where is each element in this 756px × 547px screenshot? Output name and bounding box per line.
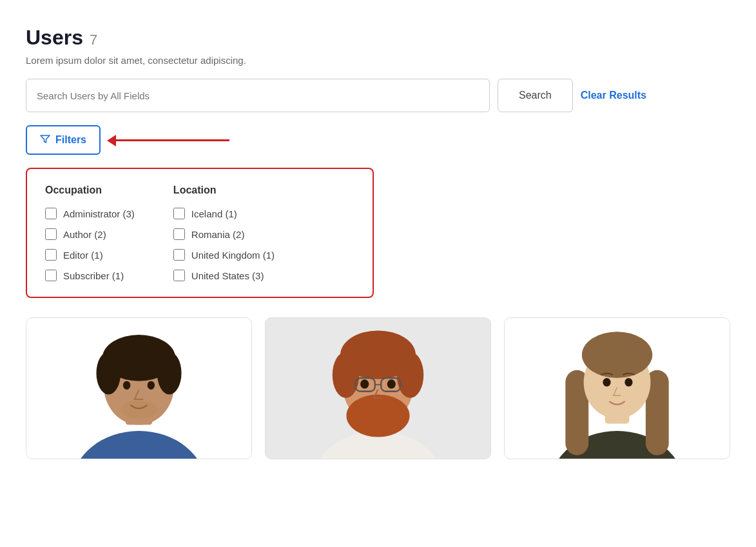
svg-point-32 bbox=[625, 378, 632, 386]
page-title: Users bbox=[26, 26, 83, 50]
svg-point-7 bbox=[123, 381, 130, 390]
occupation-filter-group: Occupation Administrator (3) Author (2) … bbox=[45, 184, 135, 281]
filters-button-label: Filters bbox=[55, 134, 86, 146]
checkbox-admin[interactable] bbox=[45, 208, 57, 219]
user-card-3[interactable] bbox=[504, 317, 730, 459]
filter-label-us: United States (3) bbox=[191, 270, 264, 281]
svg-point-16 bbox=[397, 352, 424, 398]
filter-option-admin[interactable]: Administrator (3) bbox=[45, 208, 135, 219]
filters-button[interactable]: Filters bbox=[26, 125, 101, 155]
filters-row: Filters bbox=[26, 125, 730, 155]
filter-option-author[interactable]: Author (2) bbox=[45, 228, 135, 240]
user-avatar-3 bbox=[505, 318, 730, 459]
svg-point-15 bbox=[333, 352, 360, 398]
filter-label-uk: United Kingdom (1) bbox=[191, 250, 275, 261]
arrow-annotation bbox=[113, 139, 229, 141]
filter-option-iceland[interactable]: Iceland (1) bbox=[173, 208, 275, 219]
arrow-line bbox=[113, 139, 229, 141]
filter-label-author: Author (2) bbox=[63, 229, 106, 240]
user-card-2[interactable] bbox=[265, 317, 491, 459]
svg-point-8 bbox=[148, 381, 155, 390]
checkbox-romania[interactable] bbox=[173, 228, 185, 240]
checkbox-author[interactable] bbox=[45, 228, 57, 240]
filter-label-subscriber: Subscriber (1) bbox=[63, 270, 124, 281]
search-row: Search Clear Results bbox=[26, 79, 730, 112]
checkbox-uk[interactable] bbox=[173, 249, 185, 261]
users-grid bbox=[26, 317, 730, 459]
filter-icon bbox=[40, 134, 50, 146]
svg-point-31 bbox=[603, 378, 610, 386]
filter-option-uk[interactable]: United Kingdom (1) bbox=[173, 249, 275, 261]
occupation-title: Occupation bbox=[45, 184, 135, 196]
page-subtitle: Lorem ipsum dolor sit amet, consectetur … bbox=[26, 55, 730, 66]
checkbox-us[interactable] bbox=[173, 270, 185, 281]
user-count: 7 bbox=[90, 32, 97, 48]
search-input[interactable] bbox=[26, 79, 490, 112]
filter-label-admin: Administrator (3) bbox=[63, 208, 135, 219]
filter-label-editor: Editor (1) bbox=[63, 250, 103, 261]
location-filter-group: Location Iceland (1) Romania (2) United … bbox=[173, 184, 275, 281]
filter-option-subscriber[interactable]: Subscriber (1) bbox=[45, 270, 135, 281]
filter-option-romania[interactable]: Romania (2) bbox=[173, 228, 275, 240]
svg-point-20 bbox=[387, 379, 396, 388]
location-title: Location bbox=[173, 184, 275, 196]
svg-point-5 bbox=[96, 352, 121, 394]
svg-point-9 bbox=[121, 401, 157, 419]
user-avatar-2 bbox=[266, 318, 490, 459]
checkbox-subscriber[interactable] bbox=[45, 270, 57, 281]
svg-point-30 bbox=[582, 332, 652, 378]
svg-point-6 bbox=[157, 352, 182, 394]
filter-option-editor[interactable]: Editor (1) bbox=[45, 249, 135, 261]
page-header: Users 7 Lorem ipsum dolor sit amet, cons… bbox=[26, 26, 730, 66]
filter-option-us[interactable]: United States (3) bbox=[173, 270, 275, 281]
filters-panel: Occupation Administrator (3) Author (2) … bbox=[26, 168, 374, 298]
user-card-1[interactable] bbox=[26, 317, 252, 459]
svg-point-19 bbox=[360, 379, 369, 388]
user-avatar-1 bbox=[26, 318, 251, 459]
checkbox-editor[interactable] bbox=[45, 249, 57, 261]
filter-label-romania: Romania (2) bbox=[191, 229, 245, 240]
filter-label-iceland: Iceland (1) bbox=[191, 208, 237, 219]
search-button[interactable]: Search bbox=[498, 79, 573, 112]
clear-results-button[interactable]: Clear Results bbox=[581, 90, 646, 101]
checkbox-iceland[interactable] bbox=[173, 208, 185, 219]
